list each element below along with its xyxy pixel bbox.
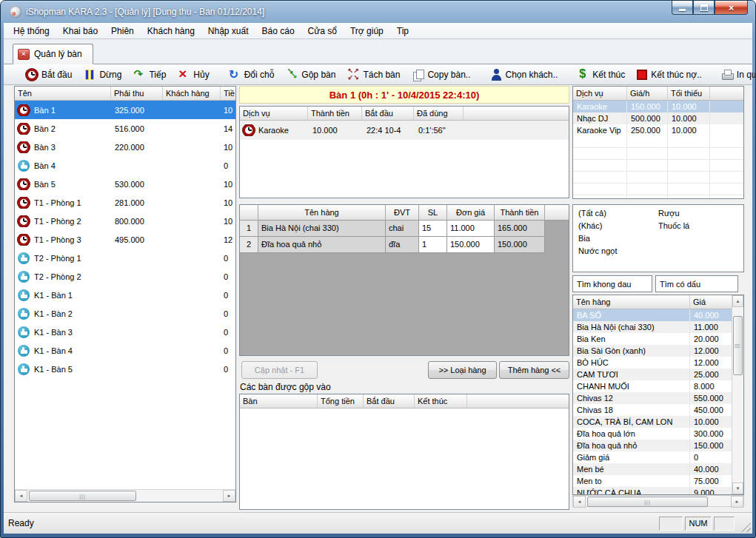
product-row[interactable]: Bia Sài Gòn (xanh) 12.000	[573, 345, 732, 357]
table-row[interactable]: Bàn 2 516.000 14	[15, 119, 235, 138]
column-header-end[interactable]: Kết thúc	[415, 394, 467, 408]
scroll-up-arrow[interactable]: ▲	[732, 295, 743, 307]
product-row[interactable]: COCA, TRÀ BÍ, CAM LON 10.000	[573, 416, 732, 428]
table-row[interactable]: Bàn 4 0	[15, 156, 235, 175]
finish-debt-button[interactable]: Kết thúc nợ..	[631, 67, 708, 82]
tab-close-icon[interactable]: ×	[18, 49, 30, 60]
table-row[interactable]: T1 - Phòng 2 800.000 10	[15, 212, 235, 230]
menu-item[interactable]: Trợ giúp	[344, 24, 390, 38]
column-header-table[interactable]: Bàn	[240, 394, 318, 408]
table-row[interactable]: T2 - Phòng 2 0	[15, 267, 235, 286]
table-row[interactable]: Bàn 1 325.000 10	[15, 101, 235, 119]
column-header-total[interactable]: Thành tiền	[495, 205, 545, 221]
menu-item[interactable]: Tip	[390, 24, 415, 38]
column-header-money[interactable]: Tiề	[221, 87, 235, 100]
column-header-product[interactable]: Tên hàng	[573, 295, 690, 309]
scroll-left-arrow[interactable]: ◄	[15, 490, 27, 502]
product-row[interactable]: Men to 75.000	[573, 475, 732, 487]
column-header-unit[interactable]: ĐVT	[386, 205, 419, 221]
table-row[interactable]: K1 - Bàn 5 0	[15, 360, 235, 378]
column-header-item[interactable]: Tên hàng	[258, 205, 386, 221]
category-item[interactable]: Bia	[578, 232, 618, 245]
column-header-due[interactable]: Phải thu	[111, 87, 163, 100]
scroll-track[interactable]: |||	[27, 490, 223, 502]
product-row[interactable]: Chivas 12 550.000	[573, 392, 732, 404]
menu-item[interactable]: Báo cáo	[255, 24, 301, 38]
category-item[interactable]: Thuốc lá	[658, 220, 689, 232]
scroll-thumb[interactable]: |||	[733, 316, 743, 375]
update-button[interactable]: Cập nhật - F1	[241, 361, 318, 379]
column-header-service[interactable]: Dịch vụ	[240, 107, 308, 120]
table-row[interactable]: Bàn 5 530.000 10	[15, 175, 235, 193]
category-item[interactable]: (Khác)	[578, 220, 618, 232]
service-price-row[interactable]: Karaoke 150.000 10.000	[573, 101, 743, 112]
maximize-button[interactable]	[693, 1, 715, 15]
column-header-sum[interactable]: Tổng tiền	[318, 394, 364, 408]
item-price-cell[interactable]: 11.000	[447, 221, 495, 237]
scroll-right-arrow[interactable]: ►	[223, 490, 235, 502]
product-row[interactable]: BÒ HÚC 12.000	[573, 357, 732, 369]
column-header-start[interactable]: Bắt đầu	[364, 394, 415, 408]
scroll-thumb[interactable]: |||	[29, 491, 136, 501]
service-row[interactable]: Karaoke 10.000 22:4 10-4 0:1':56"	[240, 121, 569, 140]
column-header-unitprice[interactable]: Đơn giá	[447, 205, 495, 221]
product-row[interactable]: Bia Ken 20.000	[573, 333, 732, 345]
copy-table-button[interactable]: Copy bàn..	[406, 67, 476, 83]
table-row[interactable]: Bàn 3 220.000 10	[15, 138, 235, 156]
scroll-down-arrow[interactable]: ▼	[732, 482, 743, 494]
item-row[interactable]: 2 Đĩa hoa quả nhỏ đĩa 1 150.000 150.000	[240, 237, 569, 253]
split-table-button[interactable]: Tách bàn	[341, 67, 406, 83]
merge-table-button[interactable]: Gộp bàn	[280, 67, 341, 83]
swap-table-button[interactable]: Đổi chỗ	[223, 67, 281, 83]
scroll-thumb[interactable]: |||	[587, 497, 708, 507]
scroll-left-arrow[interactable]: ◄	[573, 496, 586, 508]
products-horizontal-scrollbar[interactable]: ◄ ||| ►	[572, 495, 744, 507]
menu-item[interactable]: Hệ thống	[7, 24, 56, 38]
finish-button[interactable]: Kết thúc	[571, 67, 631, 83]
table-row[interactable]: K1 - Bàn 2 0	[15, 304, 235, 323]
continue-button[interactable]: Tiếp	[127, 67, 172, 83]
column-header-amount[interactable]: Thành tiền	[308, 107, 362, 120]
pause-button[interactable]: Dừng	[78, 67, 127, 83]
item-price-cell[interactable]: 150.000	[447, 237, 495, 253]
table-row[interactable]: T2 - Phòng 1 0	[15, 249, 235, 267]
product-row[interactable]: Men bé 40.000	[573, 463, 732, 475]
table-row[interactable]: K1 - Bàn 3 0	[15, 323, 235, 341]
add-item-button[interactable]: Thêm hàng <<	[499, 361, 569, 379]
category-toggle-button[interactable]: >> Loại hàng	[428, 361, 497, 379]
scroll-track[interactable]: |||	[586, 496, 731, 506]
product-row[interactable]: Giảm giá 0	[573, 451, 732, 463]
category-item[interactable]: Rượu	[658, 207, 689, 220]
product-row[interactable]: CHANH MUỐI 8.000	[573, 380, 732, 392]
search-no-accent-input[interactable]	[572, 275, 652, 292]
service-price-row[interactable]: Nhạc DJ 500.000 10.000	[573, 112, 743, 124]
column-header-customer[interactable]: Khách hàng	[163, 87, 221, 100]
choose-customer-button[interactable]: Chọn khách..	[484, 67, 564, 83]
product-row[interactable]: CAM TƯƠI 25.000	[573, 369, 732, 380]
start-button[interactable]: Bắt đầu	[20, 67, 78, 83]
product-row[interactable]: Đĩa hoa quả lớn 300.000	[573, 428, 732, 440]
menu-item[interactable]: Phiên	[104, 24, 141, 38]
product-row[interactable]: Đĩa hoa quả nhỏ 150.000	[573, 440, 732, 451]
minimize-button[interactable]	[672, 1, 693, 15]
category-item[interactable]: (Tất cả)	[578, 207, 618, 220]
search-accent-input[interactable]	[655, 275, 738, 292]
item-row[interactable]: 1 Bia Hà Nội (chai 330) chai 15 11.000 1…	[240, 221, 569, 237]
column-header-name[interactable]: Tên	[15, 87, 111, 100]
menu-item[interactable]: Nhập xuất	[201, 24, 255, 38]
table-row[interactable]: K1 - Bàn 4 0	[15, 341, 235, 360]
column-header-minimum[interactable]: Tối thiểu	[668, 87, 710, 100]
cancel-button[interactable]: Hủy	[172, 67, 215, 83]
table-row[interactable]: T1 - Phòng 3 495.000 12	[15, 230, 235, 249]
product-row[interactable]: Bia Hà Nội (chai 330) 11.000	[573, 321, 732, 333]
menu-item[interactable]: Khai báo	[56, 24, 104, 38]
product-row[interactable]: Chivas 18 450.000	[573, 404, 732, 416]
item-qty-cell[interactable]: 1	[419, 237, 447, 253]
item-qty-cell[interactable]: 15	[419, 221, 447, 237]
product-row[interactable]: BA SỐ 40.000	[573, 309, 732, 321]
column-header-qty[interactable]: SL	[419, 205, 447, 221]
table-row[interactable]: T1 - Phòng 1 281.000 10	[15, 193, 235, 212]
column-header-price-per-hour[interactable]: Giá/h	[627, 87, 668, 100]
print-counter-button[interactable]: In quầy	[715, 67, 756, 83]
column-header-used[interactable]: Đã dùng	[414, 107, 464, 120]
